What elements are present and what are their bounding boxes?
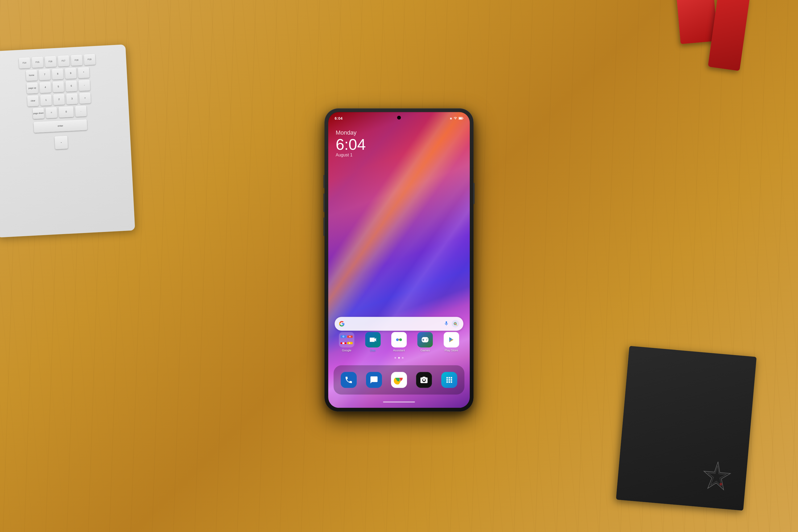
sim-icon: ▣ <box>450 117 452 120</box>
key-f14[interactable]: F14 <box>19 57 30 69</box>
key-asterisk[interactable]: * <box>78 67 90 78</box>
key-2[interactable]: 2 <box>53 94 65 105</box>
app-games-label: Games <box>421 349 430 352</box>
svg-point-2 <box>720 483 722 486</box>
page-indicators <box>395 357 403 359</box>
clock-date: August 1 <box>336 153 366 157</box>
key-4[interactable]: 4 <box>39 82 51 93</box>
google-g-logo <box>339 321 345 327</box>
key-dot[interactable]: . <box>75 106 87 117</box>
key-3[interactable]: 3 <box>66 93 78 104</box>
clock-day: Monday <box>336 129 366 136</box>
dock-messages[interactable] <box>366 372 382 388</box>
dock-camera[interactable] <box>416 372 432 388</box>
app-row: G M ▶ Google <box>334 332 464 352</box>
svg-marker-0 <box>703 461 732 490</box>
notebook <box>616 346 757 511</box>
google-search-bar[interactable] <box>335 317 463 331</box>
status-icons: ▣ <box>450 117 463 120</box>
notebook-logo <box>700 459 734 494</box>
voice-search-icon[interactable] <box>444 321 449 327</box>
key-pageup[interactable]: page up <box>26 82 38 94</box>
assistant-icon <box>394 335 404 344</box>
key-f16[interactable]: F16 <box>45 56 56 67</box>
key-pagedown[interactable]: page down <box>33 108 44 119</box>
svg-point-11 <box>399 338 402 341</box>
app-playstore-label: Play Store <box>444 349 458 352</box>
key-f17[interactable]: F17 <box>58 55 70 66</box>
power-button <box>473 183 475 204</box>
dot-3 <box>402 357 403 359</box>
app-google-folder[interactable]: G M ▶ Google <box>339 332 354 352</box>
duo-icon <box>369 336 377 344</box>
key-enter[interactable]: enter <box>34 119 87 133</box>
key-6[interactable]: 6 <box>65 81 77 92</box>
phone-device: 6:04 ▣ Monday 6:04 Augu <box>324 108 474 412</box>
key-9[interactable]: 9 <box>65 68 77 79</box>
status-time: 6:04 <box>335 116 343 120</box>
key-1[interactable]: 1 <box>40 95 52 106</box>
app-google-label: Google <box>342 349 351 352</box>
key-8[interactable]: 8 <box>52 68 63 79</box>
dot-1 <box>395 357 396 359</box>
phone-shell: 6:04 ▣ Monday 6:04 Augu <box>324 108 474 412</box>
front-camera <box>397 116 401 119</box>
clock-time: 6:04 <box>336 137 366 152</box>
key-5[interactable]: 5 <box>52 81 64 92</box>
volume-down-button <box>323 217 325 236</box>
dock-phone[interactable] <box>341 372 357 388</box>
key-f18[interactable]: F18 <box>71 55 82 66</box>
phone-screen: 6:04 ▣ Monday 6:04 Augu <box>328 112 470 408</box>
app-dock <box>334 365 464 395</box>
red-object-2 <box>676 0 718 44</box>
playstore-icon <box>446 335 456 344</box>
app-assistant[interactable]: Assistant <box>391 332 407 352</box>
volume-up-button <box>323 193 325 212</box>
dock-chrome[interactable] <box>391 372 407 388</box>
key-equal[interactable]: = <box>45 107 57 118</box>
games-icon <box>421 335 430 344</box>
gesture-bar <box>383 401 415 402</box>
dot-2 <box>398 357 400 359</box>
key-f15[interactable]: F15 <box>32 57 43 68</box>
key-minus[interactable]: - <box>78 80 90 91</box>
svg-point-10 <box>396 338 399 341</box>
app-duo[interactable]: Duo <box>365 332 381 352</box>
key-period[interactable]: · <box>55 136 68 149</box>
key-f19[interactable]: F19 <box>84 54 95 65</box>
clock-widget: Monday 6:04 August 1 <box>336 129 366 157</box>
key-plus[interactable]: + <box>79 93 91 104</box>
app-games[interactable]: Games <box>417 332 433 352</box>
key-home[interactable]: home <box>26 70 38 81</box>
svg-rect-5 <box>463 118 463 119</box>
keyboard: F14 F15 F16 F17 F18 F19 home 7 8 9 * pag… <box>0 44 135 238</box>
svg-line-8 <box>456 324 457 325</box>
alert-slider <box>323 175 325 188</box>
app-assistant-label: Assistant <box>393 349 405 352</box>
svg-point-7 <box>455 323 456 324</box>
key-7[interactable]: 7 <box>39 69 51 80</box>
app-duo-label: Duo <box>370 349 375 352</box>
wifi-icon <box>454 117 457 120</box>
app-playstore[interactable]: Play Store <box>444 332 459 352</box>
dock-app5[interactable] <box>441 372 457 388</box>
key-0[interactable]: 0 <box>58 106 74 118</box>
lens-search-icon[interactable] <box>452 320 459 327</box>
battery-icon <box>459 117 463 120</box>
svg-rect-4 <box>459 117 462 119</box>
key-clear[interactable]: clear <box>27 95 39 107</box>
